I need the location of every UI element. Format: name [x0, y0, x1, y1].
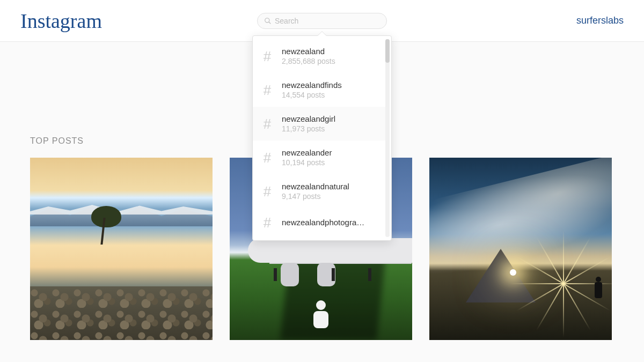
post-thumbnail[interactable] [429, 158, 612, 340]
dropdown-count: 11,973 posts [282, 124, 382, 133]
search-dropdown: # newzealand 2,855,688 posts # newzealan… [252, 35, 392, 241]
hash-icon: # [260, 151, 274, 165]
search-icon [264, 17, 272, 25]
user-link[interactable]: surferslabs [576, 15, 624, 26]
svg-point-0 [265, 18, 269, 22]
hash-icon: # [260, 216, 274, 230]
hash-icon: # [260, 117, 274, 131]
scrollbar-thumb[interactable] [385, 39, 390, 63]
dropdown-tag: newzealandnatural [282, 182, 382, 191]
svg-line-1 [269, 21, 271, 24]
dropdown-count: 10,194 posts [282, 158, 382, 167]
hash-icon: # [260, 49, 274, 63]
dropdown-list: # newzealand 2,855,688 posts # newzealan… [253, 36, 386, 240]
instagram-logo[interactable]: Instagram [20, 11, 102, 31]
dropdown-tag: newzealandphotogra… [282, 218, 382, 227]
dropdown-count: 9,147 posts [282, 192, 382, 201]
dropdown-count: 14,554 posts [282, 91, 382, 99]
search-input[interactable] [257, 13, 387, 29]
dropdown-tag: newzealandgirl [282, 114, 382, 123]
dropdown-item[interactable]: # newzealandgirl 11,973 posts [253, 107, 386, 141]
dropdown-item[interactable]: # newzealand 2,855,688 posts [253, 39, 386, 73]
hash-icon: # [260, 83, 274, 97]
dropdown-tag: newzealand [282, 47, 382, 56]
post-thumbnail[interactable] [30, 158, 213, 340]
dropdown-tag: newzealander [282, 148, 382, 157]
dropdown-item[interactable]: # newzealandnatural 9,147 posts [253, 174, 386, 208]
dropdown-item[interactable]: # newzealandfinds 14,554 posts [253, 73, 386, 107]
hash-icon: # [260, 184, 274, 198]
dropdown-count: 2,855,688 posts [282, 57, 382, 65]
dropdown-scrollbar[interactable] [385, 39, 390, 237]
search-container [257, 13, 387, 29]
dropdown-tag: newzealandfinds [282, 80, 382, 90]
dropdown-item[interactable]: # newzealandphotogra… [253, 208, 386, 237]
dropdown-item[interactable]: # newzealander 10,194 posts [253, 141, 386, 174]
